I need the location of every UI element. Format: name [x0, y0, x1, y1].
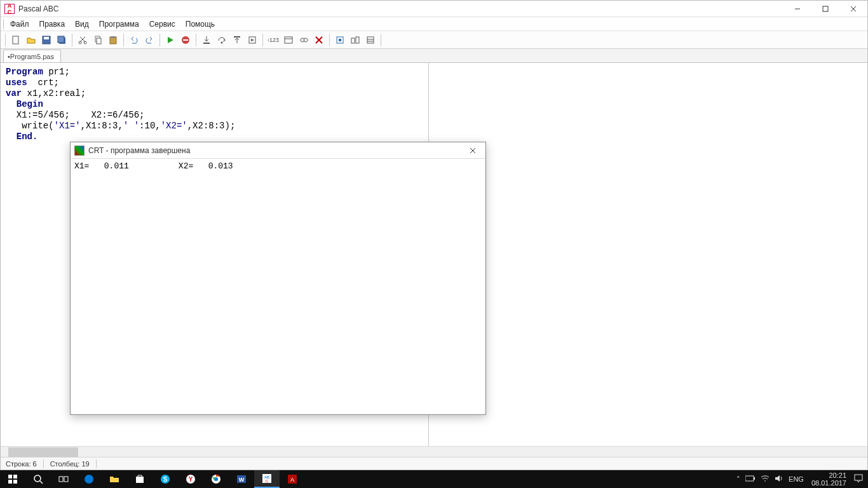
maximize-button[interactable] [811, 1, 839, 17]
svg-rect-14 [111, 36, 115, 38]
kw-begin: Begin [6, 99, 43, 109]
language-indicator[interactable]: ENG [789, 475, 804, 483]
status-row: Строка: 6 [6, 460, 37, 468]
new-file-button[interactable] [9, 33, 23, 47]
crt-title-text: CRT - программа завершена [88, 146, 460, 155]
paste-button[interactable] [106, 33, 120, 47]
status-divider [96, 459, 97, 468]
save-button[interactable] [39, 33, 53, 47]
horizontal-scrollbar[interactable] [1, 446, 867, 457]
system-tray: ˄ ENG 20:21 08.01.2017 [736, 471, 868, 487]
tray-chevron-icon[interactable]: ˄ [736, 475, 740, 484]
pascalabc-task-icon[interactable]: ABC [254, 470, 280, 488]
svg-rect-59 [754, 477, 755, 480]
svg-rect-35 [8, 475, 12, 478]
tb-separator [123, 34, 124, 46]
edge-icon[interactable] [76, 470, 102, 488]
skype-icon[interactable]: S [153, 470, 178, 488]
start-button[interactable] [0, 470, 25, 488]
step-into-button[interactable] [200, 33, 214, 47]
watch-button[interactable]: ›123 [266, 33, 280, 47]
step-out-button[interactable] [230, 33, 244, 47]
crt-icon [74, 146, 85, 156]
search-button[interactable] [25, 470, 51, 488]
windows-taskbar: S Y W ABC A ˄ ENG 20:21 08.01.2017 [0, 470, 868, 488]
breakpoint-button[interactable] [312, 33, 326, 47]
run-to-cursor-button[interactable] [245, 33, 259, 47]
crt-titlebar: CRT - программа завершена [71, 142, 485, 159]
svg-rect-36 [13, 475, 17, 478]
scrollbar-thumb[interactable] [8, 447, 78, 457]
svg-rect-16 [183, 39, 188, 41]
svg-text:W: W [239, 477, 245, 483]
copy-button[interactable] [91, 33, 105, 47]
menu-bar: Файл Правка Вид Программа Сервис Помощь [1, 17, 867, 31]
kw-uses: uses [6, 78, 27, 88]
menu-help[interactable]: Помощь [180, 17, 220, 30]
menu-service[interactable]: Сервис [144, 17, 180, 30]
crt-close-button[interactable] [460, 143, 485, 158]
tb-separator [196, 34, 196, 46]
undo-button[interactable] [127, 33, 141, 47]
minimize-button[interactable] [783, 1, 811, 17]
svg-rect-19 [234, 36, 240, 37]
crt-output-window: CRT - программа завершена X1= 0.011 X2= … [70, 142, 486, 415]
explorer-icon[interactable] [102, 470, 127, 488]
menu-program[interactable]: Программа [94, 17, 144, 30]
svg-rect-30 [367, 37, 374, 43]
svg-rect-6 [44, 37, 49, 39]
stop-button[interactable] [179, 33, 193, 47]
menu-view[interactable]: Вид [70, 17, 94, 30]
app-icon: AC [4, 4, 15, 14]
tab-row: •Program5.pas [1, 49, 867, 63]
volume-icon[interactable] [775, 475, 783, 484]
close-button[interactable] [839, 1, 867, 17]
status-bar: Строка: 6 Столбец: 19 [1, 457, 867, 470]
wifi-icon[interactable] [761, 475, 770, 484]
svg-rect-58 [745, 476, 754, 481]
acrobat-icon[interactable]: A [280, 470, 305, 488]
yandex-icon[interactable]: Y [178, 470, 203, 488]
redo-button[interactable] [142, 33, 156, 47]
svg-rect-17 [203, 43, 210, 44]
svg-rect-38 [13, 480, 17, 484]
kw-var: var [6, 88, 22, 98]
svg-text:C: C [266, 479, 269, 483]
battery-icon[interactable] [745, 475, 756, 483]
output-window-button[interactable] [281, 33, 295, 47]
chrome-icon[interactable] [203, 470, 229, 488]
svg-rect-44 [136, 477, 144, 483]
svg-rect-37 [8, 480, 12, 484]
build-button[interactable] [348, 33, 362, 47]
save-all-button[interactable] [55, 33, 69, 47]
taskview-button[interactable] [51, 470, 76, 488]
svg-line-40 [40, 481, 43, 484]
clock-time: 20:21 [811, 471, 846, 479]
kw-end: End. [6, 132, 37, 142]
cut-button[interactable] [76, 33, 90, 47]
svg-text:S: S [163, 476, 168, 483]
tb-separator [329, 34, 330, 46]
svg-point-18 [221, 41, 223, 43]
code-content: Program pr1; uses crt; var x1,x2:real; B… [1, 63, 428, 147]
svg-rect-21 [285, 37, 292, 43]
open-file-button[interactable] [24, 33, 38, 47]
tb-separator [262, 34, 263, 46]
file-tab[interactable]: •Program5.pas [3, 50, 61, 62]
options-button[interactable] [363, 33, 377, 47]
menu-file[interactable]: Файл [5, 17, 34, 30]
store-icon[interactable] [127, 470, 153, 488]
menu-edit[interactable]: Правка [34, 17, 71, 30]
clock[interactable]: 20:21 08.01.2017 [809, 471, 849, 487]
step-over-button[interactable] [215, 33, 229, 47]
work-area: Program pr1; uses crt; var x1,x2:real; B… [1, 63, 867, 446]
compile-button[interactable] [333, 33, 347, 47]
tb-separator [72, 34, 72, 46]
crt-output-text: X1= 0.011 X2= 0.013 [71, 159, 485, 414]
menu-separator [3, 19, 4, 29]
svg-rect-8 [58, 36, 64, 43]
word-icon[interactable]: W [229, 470, 254, 488]
run-button[interactable] [163, 33, 177, 47]
variables-button[interactable] [297, 33, 311, 47]
notifications-icon[interactable] [854, 474, 863, 484]
